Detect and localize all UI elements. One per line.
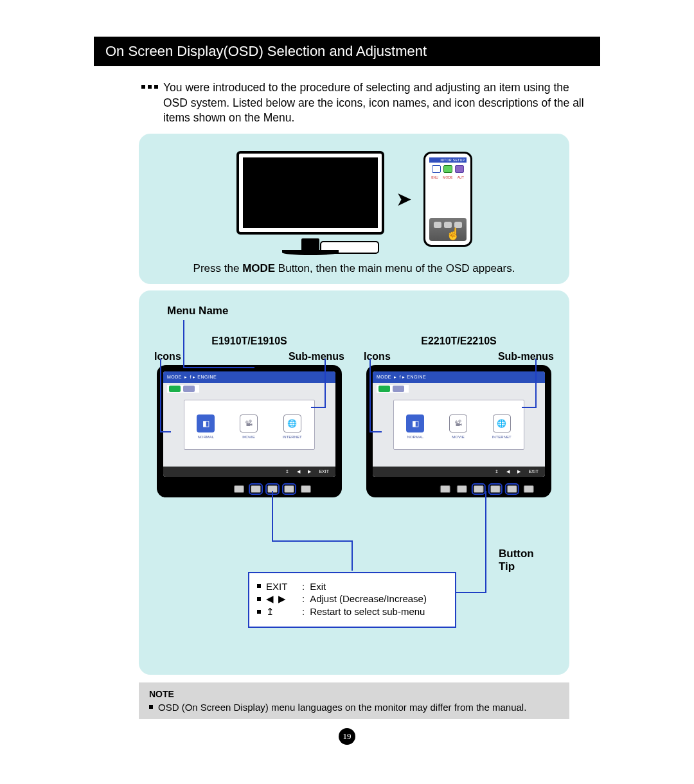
- decorative-bullets: [141, 85, 158, 126]
- osd-icon-normal: ◧: [197, 414, 215, 432]
- osd-submenu-b: ◧NORMAL 📽MOVIE 🌐INTERNET: [393, 400, 524, 450]
- page-number: 19: [339, 728, 355, 745]
- highlighted-button-b: [474, 485, 484, 493]
- tip-arrows-text: Adjust (Decrease/Increase): [310, 593, 427, 604]
- highlighted-button-b3: [507, 485, 517, 493]
- panel1-caption: Press the MODE Button, then the main men…: [150, 262, 558, 275]
- osd-mode-title-b: MODE▸f ▸ ENGINE: [377, 375, 426, 380]
- osd-icon-normal-b: ◧: [406, 414, 424, 432]
- osd-icon-3: [455, 165, 464, 173]
- arrow-right-icon: ➤: [396, 188, 412, 210]
- osd-icon-internet: 🌐: [283, 414, 301, 432]
- tip-exit-key: EXIT: [266, 581, 297, 592]
- column-model-a: E1910T/E1910S Icons Sub-menus MODE▸f ▸ E…: [152, 335, 347, 497]
- monitor-buttons-a: [234, 485, 311, 493]
- note-heading: NOTE: [149, 689, 559, 699]
- tip-restart-text: Restart to select sub-menu: [310, 606, 425, 617]
- button-tip-box: EXIT : Exit ◀ ▶ : Adjust (Decrease/Incre…: [248, 572, 456, 628]
- hdr-submenus-a: Sub-menus: [289, 351, 344, 362]
- highlighted-button-b2: [490, 485, 501, 493]
- osd-zoom-illustration: NITOR SETUP ENU MODE AUT ☝: [423, 152, 472, 247]
- button-tip-label: Button Tip: [499, 548, 534, 574]
- bullet-icon: [257, 584, 261, 588]
- manual-page: On Screen Display(OSD) Selection and Adj…: [94, 37, 600, 745]
- osd-screenshot-b: MODE▸f ▸ ENGINE ◧NORMAL 📽MOVIE 🌐INTERNET: [366, 365, 551, 497]
- monitor-button-row: ☝: [429, 218, 467, 241]
- note-text: OSD (On Screen Display) menu languages o…: [158, 702, 526, 713]
- osd-icon-1: [432, 165, 441, 173]
- tip-arrows-key: ◀ ▶: [266, 593, 297, 605]
- tip-exit-text: Exit: [310, 581, 326, 592]
- osd-icon-movie-b: 📽: [449, 414, 467, 432]
- model-b-label: E2210T/E2210S: [361, 335, 556, 347]
- osd-submenu-a: ◧NORMAL 📽MOVIE 🌐INTERNET: [184, 400, 315, 450]
- highlighted-button-a: [251, 485, 261, 493]
- zoom-label-1: ENU: [431, 175, 438, 179]
- osd-header-text: NITOR SETUP: [429, 157, 467, 163]
- osd-tab-icons-b: [377, 385, 409, 393]
- intro-text: You were introduced to the procedure of …: [163, 80, 587, 126]
- column-model-b: E2210T/E2210S Icons Sub-menus MODE▸f ▸ E…: [361, 335, 556, 497]
- intro-paragraph: You were introduced to the procedure of …: [94, 80, 600, 126]
- bullet-icon: [257, 610, 261, 614]
- osd-icon-2: [443, 165, 452, 173]
- monitor-buttons-b: [440, 485, 534, 493]
- pointing-hand-icon: ☝: [446, 227, 460, 241]
- osd-icon-movie: 📽: [240, 414, 258, 432]
- highlighted-button-a2: [267, 485, 278, 493]
- model-columns: E1910T/E1910S Icons Sub-menus MODE▸f ▸ E…: [152, 335, 556, 497]
- zoom-label-3: AUT: [458, 175, 464, 179]
- monitor-illustration: [236, 151, 384, 247]
- bullet-icon: [149, 705, 153, 709]
- osd-footer-bar-a: ↥ ◀ ▶ EXIT: [163, 467, 335, 477]
- osd-screenshot-a: MODE▸f ▸ ENGINE ◧NORMAL 📽MOVIE 🌐INTERNET: [157, 365, 342, 497]
- hdr-icons-b: Icons: [364, 351, 391, 362]
- highlighted-button-a3: [284, 485, 294, 493]
- menu-name-label: Menu Name: [167, 305, 556, 317]
- tip-restart-key: ↥: [266, 606, 297, 618]
- hdr-submenus-b: Sub-menus: [498, 351, 554, 362]
- menu-diagram-panel: Menu Name E1910T/E1910S Icons Sub-menus …: [139, 290, 569, 675]
- hdr-icons-a: Icons: [154, 351, 181, 362]
- page-title: On Screen Display(OSD) Selection and Adj…: [94, 37, 600, 66]
- note-bar: NOTE OSD (On Screen Display) menu langua…: [139, 682, 569, 719]
- osd-mode-title-a: MODE▸f ▸ ENGINE: [167, 375, 217, 380]
- zoom-label-2: MODE: [443, 175, 452, 179]
- bullet-icon: [257, 597, 261, 601]
- osd-icon-internet-b: 🌐: [493, 414, 511, 432]
- osd-footer-bar-b: ↥ ◀ ▶ EXIT: [373, 467, 545, 477]
- osd-tab-icons-a: [167, 385, 199, 393]
- mode-button-panel: ➤ NITOR SETUP ENU MODE AUT ☝: [139, 134, 569, 284]
- model-a-label: E1910T/E1910S: [152, 335, 347, 347]
